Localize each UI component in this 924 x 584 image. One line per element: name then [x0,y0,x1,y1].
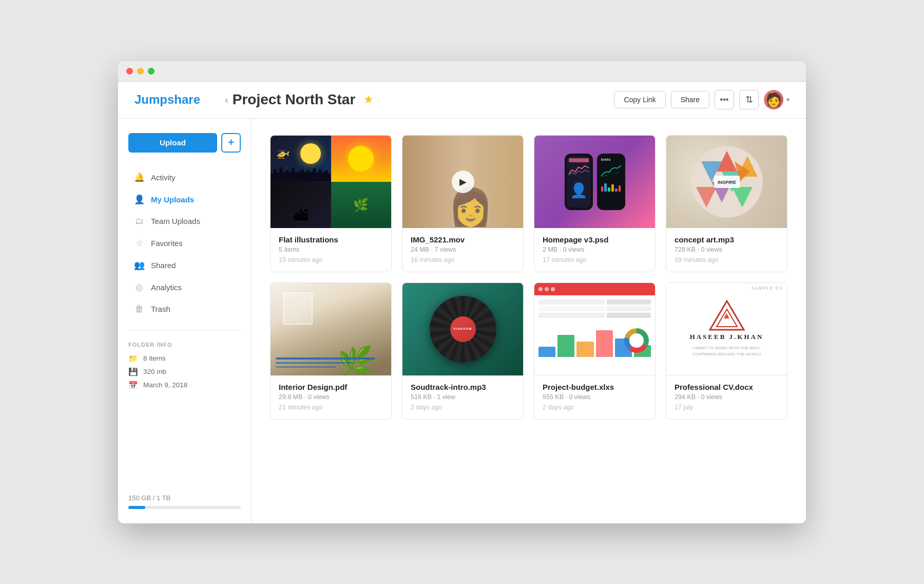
file-grid-container: 🚁 🏙 🌿 [252,119,806,523]
card-meta: 24 MB · 7 views [411,246,515,253]
favorite-star-icon[interactable]: ★ [363,93,374,106]
card-title: Soudtrack-intro.mp3 [411,383,515,391]
copy-link-button[interactable]: Copy Link [614,91,665,108]
card-meta: 555 KB · 0 views [543,393,647,401]
file-grid: 🚁 🏙 🌿 [270,135,787,420]
card-title: Homepage v3.psd [543,235,647,244]
header-actions: Copy Link Share ••• ⇅ 🧑 ▾ [614,90,790,109]
disk-icon: 💾 [128,367,138,376]
card-time: 2 days ago [411,404,515,411]
cv-logo: ▲ HASEEB J.KHAN I WANT TO WORK WITH THE … [690,300,764,357]
minimize-button[interactable] [137,68,144,74]
back-button[interactable]: ‹ [225,94,228,106]
shared-icon: 👥 [133,260,145,271]
sidebar-item-label: Activity [151,173,176,182]
file-card-concept-art[interactable]: INSPIRE concept art.mp3 728 KB · 0 views… [666,135,787,272]
file-card-img-5221[interactable]: 👩 ▶ IMG_5221.mov 24 MB · 7 views 16 minu… [402,135,524,272]
sidebar-item-shared[interactable]: 👥 Shared [128,255,241,276]
sidebar-item-activity[interactable]: 🔔 Activity [128,167,241,188]
card-time: 19 minutes ago [675,256,779,263]
card-body: Flat illustrations 5 items 15 minutes ag… [271,228,391,272]
more-options-button[interactable]: ••• [715,90,734,109]
chevron-down-icon: ▾ [786,96,790,103]
card-title: Project-budget.xlxs [543,383,647,391]
folder-info: FOLDER INFO 📁 8 items 💾 320 mb 📅 March 9… [128,342,241,394]
folder-icon: 📁 [128,354,138,363]
card-thumbnail: KINGDOM [402,283,523,375]
card-title: Interior Design.pdf [279,383,383,391]
card-meta: 2 MB · 0 views [543,246,647,253]
sidebar-item-analytics[interactable]: ◎ Analytics [128,277,241,298]
upload-button[interactable]: Upload [128,133,217,153]
card-thumbnail: 👩 ▶ [402,136,523,228]
card-title: Professional CV.docx [675,383,779,391]
folder-size: 💾 320 mb [128,367,241,376]
storage-label: 150 GB / 1 TB [128,494,241,502]
avatar: 🧑 [764,90,783,109]
file-card-project-budget[interactable]: Project-budget.xlxs 555 KB · 0 views 2 d… [534,282,656,420]
card-body: IMG_5221.mov 24 MB · 7 views 16 minutes … [402,228,523,272]
sidebar-item-my-uploads[interactable]: 👤 My Uploads [128,189,241,210]
card-body: Project-budget.xlxs 555 KB · 0 views 2 d… [534,375,655,419]
card-thumbnail: 🌿 [271,283,391,375]
share-button[interactable]: Share [671,91,709,108]
file-card-interior-design[interactable]: 🌿 Interior Design.pdf [270,282,392,420]
folder-items-count: 📁 8 items [128,354,241,363]
file-card-soundtrack[interactable]: KINGDOM Soudtrack-intro.mp3 516 KB · 1 v… [402,282,524,420]
sidebar-divider [128,330,241,330]
storage-section: 150 GB / 1 TB [128,484,241,509]
storage-bar-fill [128,506,145,509]
analytics-icon: ◎ [133,282,145,293]
card-time: 17 july [675,404,779,411]
main-content: Upload + 🔔 Activity 👤 My Uploads 🗂 Team … [118,119,806,523]
user-avatar-menu[interactable]: 🧑 ▾ [764,90,790,109]
sidebar-item-team-uploads[interactable]: 🗂 Team Uploads [128,211,241,232]
file-card-flat-illustrations[interactable]: 🚁 🏙 🌿 [270,135,392,272]
sidebar-item-label: My Uploads [151,195,194,204]
sidebar-item-trash[interactable]: 🗑 Trash [128,299,241,319]
sidebar-item-label: Team Uploads [151,217,200,225]
file-card-professional-cv[interactable]: SAMPLE CV ▲ HASEEB J [666,282,787,420]
card-time: 16 minutes ago [411,256,515,263]
card-time: 2 days ago [543,404,647,411]
sidebar-item-label: Shared [151,261,176,270]
card-time: 17 minutes ago [543,256,647,263]
trash-icon: 🗑 [133,304,145,314]
card-meta: 294 KB · 0 views [675,393,779,401]
card-body: Professional CV.docx 294 KB · 0 views 17… [666,375,787,419]
sort-button[interactable]: ⇅ [739,90,759,109]
cv-watermark: SAMPLE CV [751,286,783,291]
new-item-button[interactable]: + [221,133,241,153]
sidebar-item-label: Trash [151,305,170,313]
svg-text:INSPIRE: INSPIRE [717,180,736,185]
card-title: Flat illustrations [279,235,383,244]
card-thumbnail [534,283,655,375]
card-time: 21 minutes ago [279,404,383,411]
my-uploads-icon: 👤 [133,194,145,205]
folder-date: 📅 March 9, 2018 [128,381,241,390]
card-meta: 5 items [279,246,383,253]
maximize-button[interactable] [148,68,155,74]
storage-bar-bg [128,506,241,509]
app-logo: Jumpshare [134,92,200,107]
card-thumbnail: INSPIRE [666,136,787,228]
play-icon: ▶ [452,171,474,193]
favorites-icon: ☆ [133,238,145,249]
sidebar: Upload + 🔔 Activity 👤 My Uploads 🗂 Team … [118,119,252,523]
traffic-lights [126,68,155,74]
calendar-icon: 📅 [128,381,138,390]
card-meta: 516 KB · 1 view [411,393,515,401]
upload-row: Upload + [128,133,241,153]
header-nav: ‹ Project North Star ★ [225,91,602,108]
sidebar-item-label: Analytics [151,283,182,292]
folder-info-title: FOLDER INFO [128,342,241,348]
card-body: Homepage v3.psd 2 MB · 0 views 17 minute… [534,228,655,272]
file-card-homepage-psd[interactable]: 👤 STATS [534,135,656,272]
title-bar [118,61,806,82]
card-meta: 728 KB · 0 views [675,246,779,253]
card-title: IMG_5221.mov [411,235,515,244]
close-button[interactable] [126,68,133,74]
sidebar-item-favorites[interactable]: ☆ Favorites [128,233,241,254]
card-body: Interior Design.pdf 29.8 MB · 0 views 21… [271,375,391,419]
card-body: Soudtrack-intro.mp3 516 KB · 1 view 2 da… [402,375,523,419]
